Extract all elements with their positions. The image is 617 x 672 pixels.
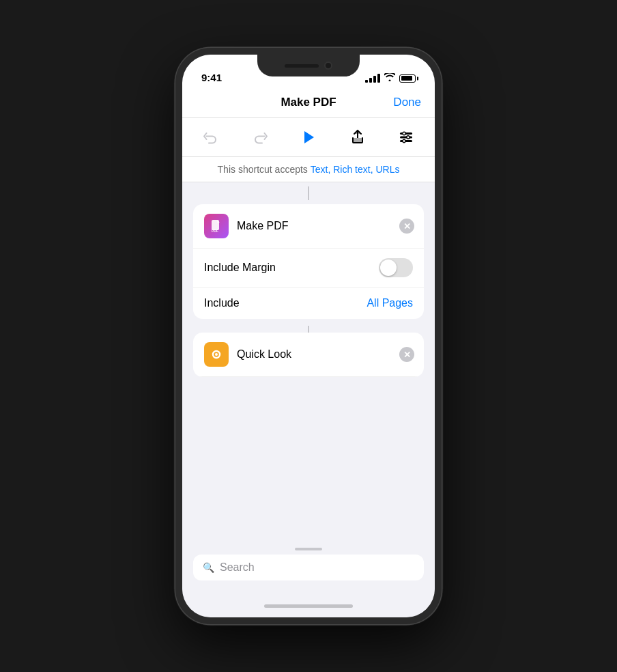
accepts-bar: This shortcut accepts Text, Rich text, U… [182, 157, 435, 182]
share-button[interactable] [345, 125, 370, 150]
make-pdf-close-button[interactable]: ✕ [399, 219, 414, 234]
phone-frame: 9:41 [175, 48, 442, 624]
settings-button[interactable] [394, 125, 418, 150]
wifi-icon [384, 73, 395, 83]
quick-look-icon [204, 342, 229, 367]
search-bar[interactable]: 🔍 Search [193, 555, 424, 580]
bar-1 [365, 80, 368, 83]
svg-point-6 [403, 139, 405, 142]
make-pdf-title: Make PDF [237, 220, 289, 232]
connector-line [308, 326, 309, 333]
svg-rect-2 [400, 137, 412, 139]
nav-header: Make PDF Done [182, 89, 435, 118]
status-icons [365, 73, 416, 83]
connector [193, 326, 424, 333]
search-bar-container: 🔍 Search [182, 542, 435, 594]
nav-title: Make PDF [281, 96, 336, 109]
toggle-knob [380, 260, 397, 276]
search-placeholder: Search [220, 561, 255, 574]
accepts-prefix: This shortcut accepts [218, 164, 311, 175]
silent-button[interactable] [175, 48, 178, 68]
status-time: 9:41 [201, 72, 222, 83]
home-indicator [182, 594, 435, 617]
include-row[interactable]: Include All Pages [193, 288, 424, 319]
drag-handle [295, 548, 322, 550]
scroll-line [308, 186, 309, 200]
gray-area [182, 384, 435, 542]
make-pdf-card: PDF Make PDF ✕ Include Margin [193, 204, 424, 319]
phone-wrapper: 9:41 [175, 48, 442, 624]
bar-3 [373, 76, 376, 83]
undo-button[interactable] [199, 125, 223, 150]
include-label: Include [204, 297, 240, 309]
make-pdf-icon: PDF [204, 214, 229, 238]
home-bar [264, 604, 353, 608]
svg-rect-1 [400, 132, 412, 135]
make-pdf-close-icon: ✕ [403, 222, 411, 231]
battery-icon [399, 74, 416, 83]
accepts-links[interactable]: Text, Rich text, URLs [311, 164, 400, 175]
bar-4 [377, 74, 380, 83]
svg-marker-0 [304, 131, 314, 143]
quick-look-close-icon: ✕ [403, 350, 411, 359]
screen: 9:41 [182, 55, 435, 617]
notch [257, 55, 360, 76]
include-margin-label: Include Margin [204, 262, 276, 274]
svg-rect-3 [400, 140, 412, 142]
status-bar: 9:41 [182, 55, 435, 89]
include-value[interactable]: All Pages [367, 297, 413, 309]
toolbar [182, 118, 435, 157]
quick-look-title: Quick Look [237, 348, 291, 361]
quick-look-header: Quick Look ✕ [193, 333, 424, 377]
include-margin-toggle[interactable] [379, 258, 413, 277]
play-button[interactable] [296, 125, 321, 150]
svg-point-10 [215, 353, 218, 356]
quick-look-close-button[interactable]: ✕ [399, 347, 414, 362]
make-pdf-header: PDF Make PDF ✕ [193, 204, 424, 249]
redo-button[interactable] [248, 125, 272, 150]
search-icon: 🔍 [203, 562, 214, 573]
notch-camera [324, 61, 332, 70]
bar-2 [369, 78, 372, 83]
include-margin-row: Include Margin [193, 249, 424, 288]
signal-bars [365, 74, 380, 83]
scroll-indicator [182, 182, 435, 204]
battery-fill [401, 76, 412, 81]
actions-area: PDF Make PDF ✕ Include Margin [182, 204, 435, 384]
svg-point-4 [403, 132, 405, 135]
svg-text:PDF: PDF [212, 229, 218, 233]
quick-look-card: Quick Look ✕ [193, 333, 424, 377]
svg-point-5 [407, 136, 410, 139]
done-button[interactable]: Done [393, 96, 421, 109]
notch-speaker [285, 64, 319, 68]
